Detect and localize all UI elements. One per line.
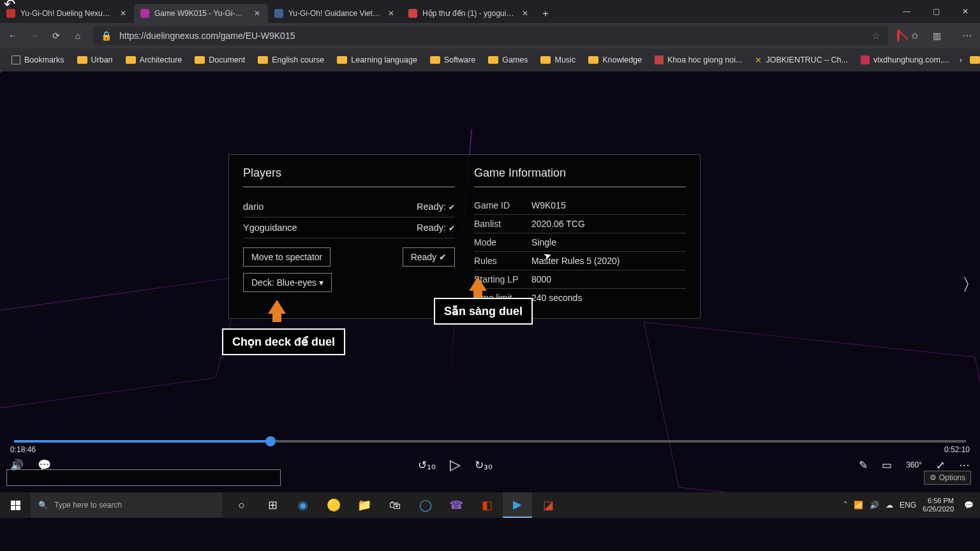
home-button[interactable]: ⌂ <box>71 31 84 41</box>
bookmarks-overflow-icon[interactable]: › <box>960 55 962 64</box>
fullscreen-icon[interactable]: ⤢ <box>936 459 945 472</box>
powerpoint-icon[interactable]: ◪ <box>533 492 563 518</box>
windows-icon <box>11 501 20 510</box>
start-button[interactable] <box>0 492 31 518</box>
adblock-icon[interactable] <box>897 30 900 41</box>
url-input[interactable]: 🔒 https://duelingnexus.com/game/EU-W9K01… <box>93 26 888 45</box>
360-icon[interactable]: 360° <box>906 460 922 469</box>
file-explorer-icon[interactable]: 📁 <box>350 492 379 518</box>
task-view-icon[interactable]: ⊞ <box>258 492 287 518</box>
close-icon[interactable]: ✕ <box>387 9 396 18</box>
mini-view-icon[interactable]: ▭ <box>882 459 892 472</box>
options-button[interactable]: ⚙ Options <box>924 471 971 485</box>
bookmark-bookmarks[interactable]: Bookmarks <box>6 53 70 67</box>
bookmark-khoa-hoc[interactable]: Khoa hoc giong noi... <box>650 53 747 67</box>
groove-icon[interactable]: ◯ <box>411 492 440 518</box>
refresh-button[interactable]: ⟳ <box>50 31 63 41</box>
folder-icon <box>337 56 347 64</box>
movies-tv-icon[interactable]: ▶ <box>503 492 532 518</box>
notifications-icon[interactable]: 💬 <box>964 501 974 510</box>
bookmark-knowledge[interactable]: Knowledge <box>583 53 647 67</box>
favicon <box>140 9 149 18</box>
progress-bar[interactable] <box>14 440 966 443</box>
ms-store-icon[interactable]: 🛍 <box>380 492 410 518</box>
media-controls: 0:18:46 0:52:10 🔊 💬 ↺₁₀ ▷ ↻₃₀ ✎ ▭ 360° ⤢… <box>0 431 980 492</box>
site-icon: ✕ <box>755 55 762 65</box>
sound-icon[interactable]: 🔊 <box>870 501 879 510</box>
office-icon[interactable]: ◧ <box>472 492 501 518</box>
move-to-spectator-button[interactable]: Move to spectator <box>243 247 330 267</box>
language-indicator[interactable]: ENG <box>900 501 916 510</box>
deck-select-button[interactable]: Deck: Blue-eyes ▾ <box>243 273 332 292</box>
player-row: Ygoguidance Ready: <box>243 217 455 239</box>
bookmark-software[interactable]: Software <box>425 53 480 67</box>
info-row: RulesMaster Rules 5 (2020) <box>474 252 686 270</box>
tab-guidance-vietnam[interactable]: Yu-Gi-Oh! Guidance Vietnam - h ✕ <box>268 4 402 23</box>
bookmark-english-course[interactable]: English course <box>253 53 329 67</box>
taskbar-clock[interactable]: 6:56 PM 6/26/2020 <box>923 497 958 513</box>
edge-icon[interactable]: ◉ <box>288 492 318 518</box>
tab-dueling-nexus[interactable]: Yu-Gi-Oh! Dueling Nexus - Free ✕ <box>0 4 134 23</box>
player-ready-status: Ready: <box>417 223 455 233</box>
favorites-icon[interactable]: ✩ <box>909 31 921 41</box>
close-window-button[interactable]: ✕ <box>951 0 980 23</box>
minimize-button[interactable]: ― <box>892 0 921 23</box>
bookmark-games[interactable]: Games <box>483 53 533 67</box>
back-button[interactable]: ← <box>6 31 19 41</box>
browser-menu-icon[interactable]: ⋯ <box>961 31 974 41</box>
browser-title-bar: Yu-Gi-Oh! Dueling Nexus - Free ✕ Game W9… <box>0 0 980 23</box>
bookmark-document[interactable]: Document <box>189 53 250 67</box>
edit-icon[interactable]: ✎ <box>859 459 868 472</box>
wifi-icon[interactable]: 📶 <box>854 501 863 510</box>
player-row: dario Ready: <box>243 196 455 217</box>
player-ready-status: Ready: <box>417 202 455 212</box>
search-placeholder: Type here to search <box>54 501 122 510</box>
maximize-button[interactable]: ▢ <box>921 0 951 23</box>
chrome-icon[interactable]: 🟡 <box>319 492 348 518</box>
bg-decoration <box>0 276 243 415</box>
collections-icon[interactable]: ▥ <box>930 31 943 41</box>
onedrive-icon[interactable]: ☁ <box>886 501 893 510</box>
bookmark-vlxd[interactable]: vlxdhunghung.com,... <box>856 53 954 67</box>
tray-overflow-icon[interactable]: ˄ <box>843 501 847 510</box>
search-icon: 🔍 <box>38 501 48 510</box>
folder-icon <box>430 56 440 64</box>
players-column: Players dario Ready: Ygoguidance Ready: … <box>243 166 455 307</box>
video-viewport: Players dario Ready: Ygoguidance Ready: … <box>0 71 980 492</box>
tab-gmail-inbox[interactable]: Hộp thư đến (1) - ygoguidance@ ✕ <box>402 4 536 23</box>
back-overlay-icon[interactable]: ↶ <box>4 0 15 13</box>
browser-tabs: Yu-Gi-Oh! Dueling Nexus - Free ✕ Game W9… <box>0 0 892 23</box>
bookmark-jobkientruc[interactable]: ✕JOBKIENTRUC – Ch... <box>750 53 853 68</box>
ready-button[interactable]: Ready ✔ <box>403 247 455 267</box>
skip-forward-30-icon[interactable]: ↻₃₀ <box>475 459 493 472</box>
tab-game-w9k015[interactable]: Game W9K015 - Yu-Gi-Oh! Duel ✕ <box>134 4 268 23</box>
skip-back-10-icon[interactable]: ↺₁₀ <box>418 459 436 472</box>
viber-icon[interactable]: ☎ <box>442 492 471 518</box>
close-icon[interactable]: ✕ <box>119 9 128 18</box>
close-icon[interactable]: ✕ <box>253 9 262 18</box>
taskbar-search[interactable]: 🔍 Type here to search <box>31 492 222 518</box>
bookmark-architecture[interactable]: Architecture <box>121 53 188 67</box>
game-info-heading: Game Information <box>474 166 686 180</box>
check-icon <box>446 223 455 233</box>
close-icon[interactable]: ✕ <box>521 9 530 18</box>
favicon <box>408 9 417 18</box>
bookmark-urban[interactable]: Urban <box>72 53 118 67</box>
folder-icon <box>488 56 498 64</box>
bookmark-learning-language[interactable]: Learning language <box>332 53 422 67</box>
next-arrow-icon[interactable]: 〉 <box>962 274 979 296</box>
annotation-arrow-icon <box>469 277 487 291</box>
new-tab-button[interactable]: ＋ <box>536 4 555 23</box>
forward-button[interactable]: → <box>28 31 41 41</box>
cortana-icon[interactable]: ○ <box>227 492 256 518</box>
bookmark-music[interactable]: Music <box>535 53 581 67</box>
window-controls: ― ▢ ✕ <box>892 0 980 23</box>
progress-knob[interactable] <box>265 436 276 446</box>
info-row: ModeSingle <box>474 233 686 252</box>
play-icon[interactable]: ▷ <box>450 457 461 473</box>
more-icon[interactable]: ⋯ <box>959 459 970 472</box>
star-icon[interactable]: ☆ <box>872 31 880 41</box>
folder-icon <box>195 56 205 64</box>
bookmark-other-favorites[interactable]: Other favorites <box>965 53 980 67</box>
media-search-box[interactable] <box>6 469 281 486</box>
